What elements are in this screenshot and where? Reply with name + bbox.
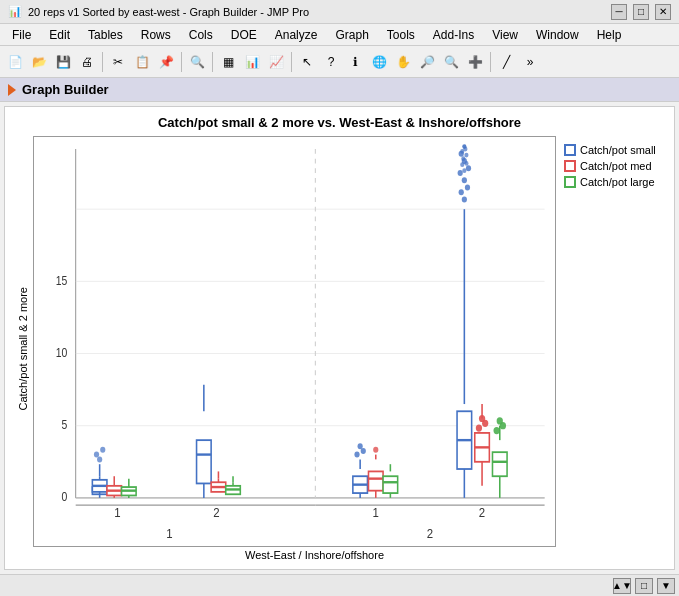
cut-btn[interactable]: ✂ (107, 51, 129, 73)
graph-container: Catch/pot small & 2 more (13, 136, 666, 561)
menu-help[interactable]: Help (589, 26, 630, 44)
legend-item-small: Catch/pot small (564, 144, 658, 156)
graph-title: Catch/pot small & 2 more vs. West-East &… (158, 115, 521, 130)
svg-point-81 (476, 425, 482, 432)
svg-point-72 (464, 161, 468, 166)
hand-btn[interactable]: ✋ (392, 51, 414, 73)
svg-point-73 (462, 168, 466, 173)
svg-point-45 (354, 452, 359, 458)
panel-title: Graph Builder (22, 82, 109, 97)
menu-tables[interactable]: Tables (80, 26, 131, 44)
chart-svg: 0 5 10 15 (34, 137, 555, 546)
svg-point-63 (466, 165, 471, 171)
legend: Catch/pot small Catch/pot med (556, 136, 666, 547)
menu-tools[interactable]: Tools (379, 26, 423, 44)
svg-rect-85 (492, 452, 507, 476)
help-btn[interactable]: ? (320, 51, 342, 73)
menu-addins[interactable]: Add-Ins (425, 26, 482, 44)
svg-point-20 (100, 447, 105, 453)
svg-text:10: 10 (56, 346, 68, 359)
legend-label-small: Catch/pot small (580, 144, 656, 156)
svg-point-47 (358, 443, 363, 449)
svg-point-62 (458, 170, 463, 176)
legend-item-med: Catch/pot med (564, 160, 658, 172)
status-btn-updown[interactable]: ▲▼ (613, 578, 631, 594)
svg-point-58 (462, 197, 467, 203)
legend-icon-med (564, 160, 576, 172)
menu-bar: File Edit Tables Rows Cols DOE Analyze G… (0, 24, 679, 46)
svg-rect-100 (565, 161, 575, 171)
save-btn[interactable]: 💾 (52, 51, 74, 73)
plus-btn[interactable]: ➕ (464, 51, 486, 73)
more-btn[interactable]: » (519, 51, 541, 73)
toolbar-sep-3 (212, 52, 213, 72)
plot-and-legend: 0 5 10 15 (33, 136, 666, 547)
app-icon: 📊 (8, 5, 22, 18)
svg-point-46 (361, 448, 366, 454)
info-btn[interactable]: ℹ (344, 51, 366, 73)
plot-area-wrapper: 0 5 10 15 (33, 136, 666, 561)
minimize-button[interactable]: ─ (611, 4, 627, 20)
copy-btn[interactable]: 📋 (131, 51, 153, 73)
svg-text:15: 15 (56, 274, 68, 287)
new-btn[interactable]: 📄 (4, 51, 26, 73)
menu-cols[interactable]: Cols (181, 26, 221, 44)
zoom-out-btn[interactable]: 🔍 (440, 51, 462, 73)
title-bar: 📊 20 reps v1 Sorted by east-west - Graph… (0, 0, 679, 24)
table-btn[interactable]: ▦ (217, 51, 239, 73)
legend-label-med: Catch/pot med (580, 160, 652, 172)
svg-point-61 (462, 177, 467, 183)
svg-rect-54 (383, 476, 398, 493)
svg-text:1: 1 (373, 505, 379, 520)
paste-btn[interactable]: 📌 (155, 51, 177, 73)
close-button[interactable]: ✕ (655, 4, 671, 20)
status-btn-down[interactable]: ▼ (657, 578, 675, 594)
menu-rows[interactable]: Rows (133, 26, 179, 44)
svg-text:5: 5 (62, 419, 68, 432)
menu-file[interactable]: File (4, 26, 39, 44)
maximize-button[interactable]: □ (633, 4, 649, 20)
menu-view[interactable]: View (484, 26, 526, 44)
y-axis-label: Catch/pot small & 2 more (13, 283, 33, 415)
svg-rect-49 (368, 471, 383, 490)
menu-edit[interactable]: Edit (41, 26, 78, 44)
search-btn[interactable]: 🔍 (186, 51, 208, 73)
window-title: 20 reps v1 Sorted by east-west - Graph B… (28, 6, 309, 18)
toolbar-sep-4 (291, 52, 292, 72)
svg-text:1: 1 (166, 526, 172, 541)
globe-btn[interactable]: 🌐 (368, 51, 390, 73)
svg-point-52 (373, 447, 378, 453)
open-btn[interactable]: 📂 (28, 51, 50, 73)
arrow-btn[interactable]: ↖ (296, 51, 318, 73)
status-btn-square[interactable]: □ (635, 578, 653, 594)
svg-point-83 (479, 415, 485, 422)
svg-point-59 (459, 189, 464, 195)
toolbar-sep-2 (181, 52, 182, 72)
legend-icon-large (564, 176, 576, 188)
print-btn[interactable]: 🖨 (76, 51, 98, 73)
svg-rect-101 (565, 177, 575, 187)
x-axis-label: West-East / Inshore/offshore (73, 549, 556, 561)
svg-text:2: 2 (427, 526, 433, 541)
menu-graph[interactable]: Graph (327, 26, 376, 44)
svg-point-90 (497, 417, 503, 424)
plot-area[interactable]: 0 5 10 15 (33, 136, 556, 547)
svg-point-67 (464, 153, 468, 158)
svg-point-60 (465, 185, 470, 191)
svg-rect-30 (197, 440, 212, 483)
menu-doe[interactable]: DOE (223, 26, 265, 44)
menu-analyze[interactable]: Analyze (267, 26, 326, 44)
chart-btn[interactable]: 📊 (241, 51, 263, 73)
line-btn[interactable]: ╱ (495, 51, 517, 73)
collapse-triangle[interactable] (8, 84, 16, 96)
graph-btn[interactable]: 📈 (265, 51, 287, 73)
svg-point-19 (94, 452, 99, 458)
toolbar: 📄 📂 💾 🖨 ✂ 📋 📌 🔍 ▦ 📊 📈 ↖ ? ℹ 🌐 ✋ 🔎 🔍 ➕ ╱ … (0, 46, 679, 78)
toolbar-sep-1 (102, 52, 103, 72)
legend-item-large: Catch/pot large (564, 176, 658, 188)
menu-window[interactable]: Window (528, 26, 587, 44)
status-bar: ▲▼ □ ▼ (0, 574, 679, 596)
zoom-in-btn[interactable]: 🔎 (416, 51, 438, 73)
svg-text:2: 2 (479, 505, 485, 520)
main-content: Graph Builder Catch/pot small & 2 more v… (0, 78, 679, 574)
